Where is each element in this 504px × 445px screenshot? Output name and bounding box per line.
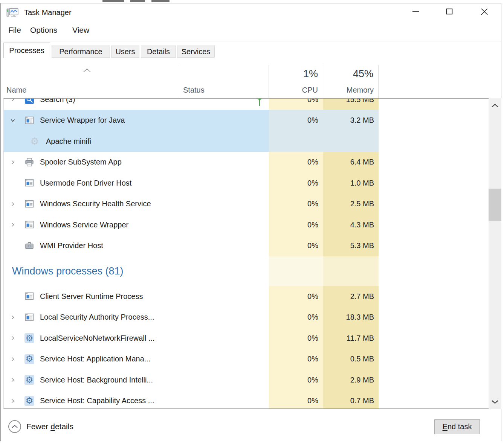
process-cpu-value: 0% [307,179,318,187]
process-name: Local Security Authority Process... [40,313,154,322]
process-row[interactable]: Windows Service Wrapper 0% 4.3 MB [4,215,489,236]
process-row[interactable]: Local Security Authority Process... 0% 1… [4,307,489,328]
process-row[interactable]: ⚙ Service Host: Application Mana... 0% 0… [4,349,489,370]
screen: { "window": { "title": "Task Manager", "… [0,0,504,445]
process-row[interactable]: ⚙ Service Host: Background Intelli... 0%… [4,370,489,391]
process-row[interactable]: Search (3) 0% 15.5 MB [4,99,489,110]
close-button[interactable] [476,3,493,19]
chevron-right-icon[interactable] [8,396,17,405]
menu-file[interactable]: File [8,26,21,35]
memory-total-percent: 45% [323,68,373,80]
chevron-right-icon[interactable] [8,200,17,209]
process-cpu-cell: 0% [269,215,323,236]
fewer-pre: Fewer [26,422,50,431]
chevron-right-icon[interactable] [8,375,17,384]
process-name: Apache minifi [46,137,91,146]
tab-users[interactable]: Users [111,46,139,58]
row-filler [379,131,489,152]
column-header-name[interactable]: Name [6,86,26,94]
app-window-icon [24,178,35,188]
process-memory-value: 4.3 MB [350,221,374,229]
process-row[interactable]: Client Server Runtime Process 0% 2.7 MB [4,286,489,307]
process-name-cell: Client Server Runtime Process [4,286,178,307]
cpu-total-percent: 1% [269,68,318,80]
process-name: Windows Service Wrapper [40,221,128,229]
scrollbar-thumb[interactable] [489,189,501,221]
row-filler [379,173,489,194]
process-row[interactable]: Spooler SubSystem App 0% 6.4 MB [4,152,489,173]
process-cpu-value: 0% [307,158,318,166]
chevron-right-icon[interactable] [8,355,17,364]
process-memory-value: 2.5 MB [350,200,374,208]
fewer-details-label: Fewer details [26,422,73,431]
column-header-cpu[interactable]: CPU [269,86,318,94]
scroll-down-arrow-icon[interactable] [489,396,501,407]
column-header-band: Name Status 1% CPU 45% Memory [1,61,501,98]
row-filler [379,307,489,328]
chevron-right-icon[interactable] [8,158,17,167]
minimize-button[interactable] [407,3,424,19]
process-row[interactable]: Windows Security Health Service 0% 2.5 M… [4,194,489,215]
process-status-cell [178,173,269,194]
process-memory-value: 11.7 MB [347,334,374,343]
process-cpu-value: 0% [307,221,318,229]
process-memory-cell: 2.5 MB [323,194,379,215]
process-memory-cell: 11.7 MB [323,328,379,349]
process-row[interactable]: WMI Provider Host 0% 5.3 MB [4,235,489,256]
chevron-down-icon[interactable] [8,116,17,125]
chevron-right-icon[interactable] [8,99,17,104]
tab-processes[interactable]: Processes [3,43,50,58]
process-memory-cell: 3.2 MB [323,110,379,131]
process-memory-cell [323,256,379,286]
process-cpu-cell: 0% [269,370,323,391]
process-cpu-value: 0% [307,292,318,301]
process-memory-cell [323,131,379,152]
tab-performance[interactable]: Performance [52,46,110,58]
process-cpu-cell: 0% [269,235,323,256]
maximize-button[interactable] [441,3,458,19]
row-filler [379,390,489,409]
chevron-right-icon[interactable] [8,220,17,229]
end-task-button[interactable]: End task [434,419,480,434]
process-status-cell [178,370,269,391]
menu-options[interactable]: Options [30,26,57,35]
tab-details[interactable]: Details [141,46,176,58]
clipped-row-viewport: Search (3) 0% 15.5 MB [4,99,489,110]
chevron-right-icon[interactable] [8,313,17,322]
process-row[interactable]: Service Wrapper for Java 0% 3.2 MB [4,110,489,131]
process-cpu-cell [269,256,323,286]
process-row[interactable]: ⚙ Service Host: Capability Access ... 0%… [4,390,489,409]
scroll-up-arrow-icon[interactable] [489,100,501,111]
process-status-cell [178,110,269,131]
process-name: Spooler SubSystem App [40,158,122,166]
tab-services[interactable]: Services [177,46,215,58]
process-name-cell: Usermode Font Driver Host [4,173,178,194]
process-name: WMI Provider Host [40,241,103,250]
title-bar[interactable]: Task Manager [1,3,501,21]
chevron-right-icon[interactable] [8,334,17,343]
menu-view[interactable]: View [72,26,89,35]
process-row[interactable]: ⚙ Apache minifi [4,131,489,152]
process-row[interactable]: Usermode Font Driver Host 0% 1.0 MB [4,173,489,194]
process-name-cell: Local Security Authority Process... [4,307,178,328]
process-status-cell [178,152,269,173]
app-window-icon [24,312,35,323]
section-header-row[interactable]: Windows processes (81) [4,256,489,286]
process-name: Client Server Runtime Process [40,292,143,301]
chevron-up-sort-icon [82,67,92,75]
process-memory-value: 0.5 MB [350,355,374,363]
process-cpu-value: 0% [307,355,318,363]
background-artifact [102,0,124,2]
column-header-memory[interactable]: Memory [323,86,374,94]
bottom-bar: Fewer details End task [1,409,501,441]
fewer-details-button[interactable]: Fewer details [8,420,73,433]
process-name-cell: ⚙ Service Host: Capability Access ... [4,390,178,409]
menu-bar: File Options View [1,23,501,38]
background-artifact [151,0,170,2]
column-header-status[interactable]: Status [183,86,205,94]
process-row[interactable]: ⚙ LocalServiceNoNetworkFirewall ... 0% 1… [4,328,489,349]
process-name: Service Host: Background Intelli... [40,376,153,384]
vertical-scrollbar[interactable] [489,98,501,409]
fewer-post: etails [55,422,73,431]
section-header-label: Windows processes (81) [12,265,124,277]
